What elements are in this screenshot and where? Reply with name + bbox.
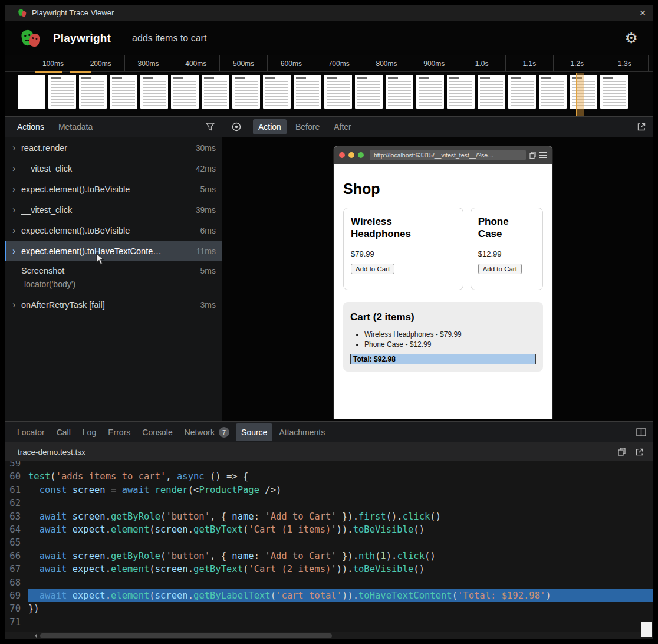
timeline-position-marker[interactable] [576,73,584,116]
tab-before[interactable]: Before [290,119,325,134]
tab-actions[interactable]: Actions [12,119,50,134]
timeline-thumbnail[interactable] [355,75,383,109]
line-number: 66 [5,550,28,563]
open-snapshot-external-icon[interactable] [637,122,646,132]
pick-locator-icon[interactable] [229,120,244,134]
scroll-left-arrow-icon[interactable] [32,633,37,638]
code-token: , { [210,551,232,561]
timeline-thumbnail[interactable] [324,75,352,109]
line-number: 67 [5,563,28,576]
split-columns-icon[interactable] [636,428,646,436]
browser-menu-icon[interactable] [539,152,547,158]
timeline-thumbnail[interactable] [539,75,567,109]
tab-console[interactable]: Console [137,423,177,441]
timeline-strip[interactable]: 100ms200ms300ms400ms500ms600ms700ms800ms… [5,55,653,117]
timeline-thumbnail[interactable] [600,75,628,109]
copy-url-icon[interactable] [529,152,536,159]
timeline-thumbnail[interactable] [478,75,505,109]
cart-item: Wireless Headphones - $79.99 [364,330,536,339]
tab-source[interactable]: Source [236,423,272,441]
timeline-thumbnail[interactable] [447,75,475,109]
horizontal-scroll-thumb[interactable] [40,633,332,638]
timeline-thumbnail[interactable] [140,75,168,109]
tab-network[interactable]: Network7 [179,423,235,441]
code-token: )). [337,524,353,535]
code-text [28,461,653,470]
code-token: ( [243,564,248,574]
line-number: 71 [5,616,28,629]
timeline-thumbnail[interactable] [48,75,76,109]
code-text [28,497,653,510]
tab-call[interactable]: Call [51,423,76,441]
code-token: , { [210,511,232,522]
tab-locator[interactable]: Locator [12,423,50,441]
chevron-right-icon[interactable]: › [9,300,21,310]
horizontal-scrollbar[interactable] [5,632,653,639]
action-row[interactable]: ›expect.element().toHaveTextConte…11ms [5,241,222,261]
tab-errors[interactable]: Errors [103,423,136,441]
timeline-thumbnail[interactable] [171,75,199,109]
timeline-thumbnail[interactable] [110,75,137,109]
app-header: Playwright adds items to cart ⚙ [5,21,653,55]
settings-gear-icon[interactable]: ⚙ [625,31,638,45]
code-token: () => { [205,471,249,482]
tab-metadata[interactable]: Metadata [53,119,98,134]
action-row[interactable]: ›expect.element().toBeVisible6ms [5,220,222,241]
code-token: 'button' [166,551,210,561]
action-row[interactable]: ›__vitest_click39ms [5,199,222,220]
code-token: ). [386,551,397,561]
add-to-cart-button[interactable]: Add to Cart [351,264,394,274]
action-row[interactable]: ›onAfterRetryTask [fail]3ms [5,294,222,315]
timeline-thumbnail[interactable] [508,75,536,109]
vertical-scroll-thumb[interactable] [641,622,652,637]
timeline-thumbnail[interactable] [416,75,444,109]
chevron-right-icon[interactable]: › [9,205,21,215]
tab-log[interactable]: Log [77,423,101,441]
chevron-right-icon[interactable]: › [9,143,21,153]
tab-after[interactable]: After [328,119,357,134]
playwright-logo-icon [20,29,40,47]
cart-total: Total: $92.98 [350,354,536,364]
chevron-right-icon[interactable]: › [9,164,21,173]
code-token: screen [73,551,106,561]
open-source-external-icon[interactable] [635,448,644,456]
tab-attachments[interactable]: Attachments [274,423,330,441]
timeline-thumbnail[interactable] [79,75,107,109]
close-icon[interactable]: ✕ [639,8,646,18]
action-row[interactable]: Screenshot5mslocator('body') [5,261,222,294]
code-token: click [397,551,425,561]
code-token: ProductPage [199,485,259,495]
timeline-thumbnail[interactable] [386,75,413,109]
code-token: }). [337,511,358,522]
timeline-label: 400ms [172,55,220,71]
snapshot-browser: http://localhost:63315/__vitest_test__/?… [334,146,552,419]
bottom-panel: LocatorCallLogErrorsConsoleNetwork7Sourc… [5,421,653,639]
code-text [28,536,653,549]
code-token: . [106,590,111,601]
code-token: ( [149,524,154,535]
timeline-thumbnail[interactable] [18,75,45,109]
source-filebar: trace-demo.test.tsx [5,442,653,461]
timeline-thumbnail[interactable] [232,75,260,109]
timeline-thumbnail[interactable] [294,75,321,109]
copy-source-icon[interactable] [618,448,626,456]
chevron-right-icon[interactable]: › [9,185,21,194]
filter-icon[interactable] [206,123,215,131]
address-bar[interactable]: http://localhost:63315/__vitest_test__/?… [370,150,526,160]
chevron-right-icon[interactable]: › [9,247,21,256]
code-token [28,524,40,535]
chevron-right-icon[interactable]: › [9,226,21,235]
action-row[interactable]: ›__vitest_click42ms [5,158,222,179]
timeline-action-bar [35,71,62,73]
action-row[interactable]: ›react.render30ms [5,137,222,158]
timeline-label: 1.3s [601,55,649,71]
timeline-thumbnail[interactable] [202,75,229,109]
tab-action[interactable]: Action [253,119,287,134]
code-token [67,590,72,601]
product-name: Wireless Headphones [351,215,420,240]
timeline-label: 900ms [410,55,458,71]
code-token: getByRole [111,511,160,522]
timeline-thumbnail[interactable] [263,75,291,109]
action-row[interactable]: ›expect.element().toBeVisible5ms [5,179,222,199]
add-to-cart-button[interactable]: Add to Cart [478,264,522,274]
